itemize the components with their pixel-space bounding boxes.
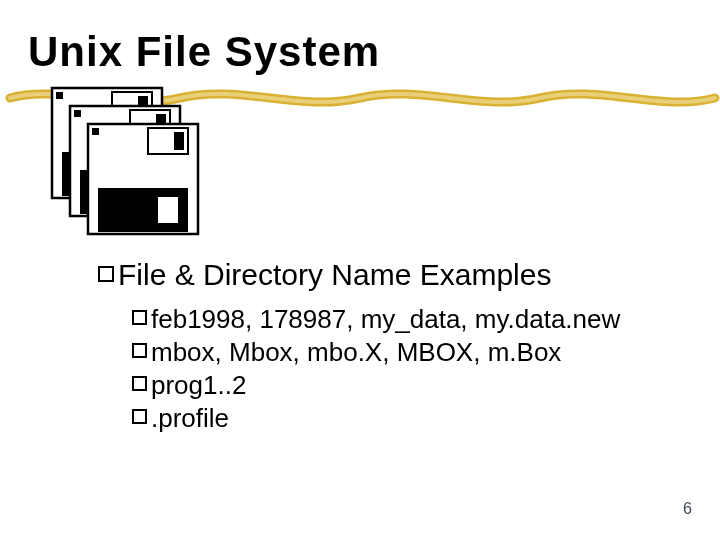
heading-text: File & Directory Name Examples (118, 258, 551, 292)
floppy-disk-icon (48, 84, 208, 244)
svg-rect-11 (74, 110, 81, 117)
list-item-text: prog1..2 (151, 370, 246, 401)
svg-rect-16 (174, 132, 184, 150)
square-bullet-icon (132, 343, 147, 358)
list-item-text: .profile (151, 403, 229, 434)
list-item: feb1998, 178987, my_data, my.data.new (132, 304, 680, 335)
sub-list: feb1998, 178987, my_data, my.data.new mb… (132, 304, 680, 434)
page-number: 6 (683, 500, 692, 518)
svg-rect-5 (56, 92, 63, 99)
svg-rect-17 (92, 128, 99, 135)
svg-rect-14 (158, 197, 178, 223)
square-bullet-icon (132, 310, 147, 325)
square-bullet-icon (98, 266, 114, 282)
list-item: .profile (132, 403, 680, 434)
heading-row: File & Directory Name Examples (98, 258, 680, 292)
list-item-text: feb1998, 178987, my_data, my.data.new (151, 304, 620, 335)
list-item-text: mbox, Mbox, mbo.X, MBOX, m.Box (151, 337, 561, 368)
square-bullet-icon (132, 409, 147, 424)
content-area: File & Directory Name Examples feb1998, … (98, 258, 680, 436)
slide-title: Unix File System (28, 28, 380, 76)
list-item: mbox, Mbox, mbo.X, MBOX, m.Box (132, 337, 680, 368)
slide: Unix File System (0, 0, 720, 540)
list-item: prog1..2 (132, 370, 680, 401)
square-bullet-icon (132, 376, 147, 391)
